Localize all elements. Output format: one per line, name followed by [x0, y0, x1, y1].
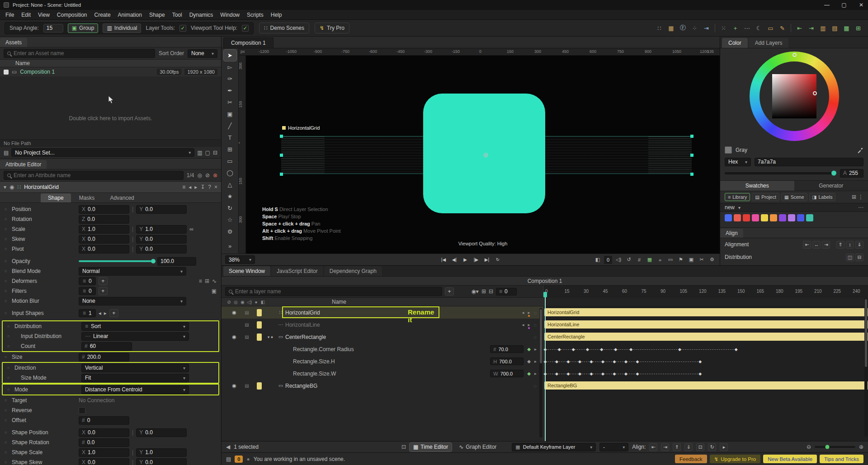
tab-color[interactable]: Color — [722, 38, 748, 48]
keyable-dot[interactable]: ○ — [5, 440, 12, 445]
alpha-slider-handle[interactable] — [831, 171, 836, 176]
zoom-dropdown[interactable]: 38%▾ — [225, 255, 255, 264]
tab-javascript-editor[interactable]: JavaScript Editor — [271, 266, 323, 276]
layer-search-input[interactable] — [225, 287, 442, 296]
hex-mode-dropdown[interactable]: Hex▾ — [725, 158, 751, 166]
value-field[interactable]: Y0.0 — [136, 205, 187, 214]
moon-icon[interactable]: ☾ — [754, 23, 764, 33]
back-icon[interactable]: ◀ — [226, 444, 230, 450]
selection-handle[interactable] — [485, 135, 488, 138]
project-set-dropdown[interactable]: No Project Set...▾ — [11, 148, 194, 157]
close-button[interactable]: ✕ — [854, 0, 868, 10]
render-toggle-icon[interactable]: ▤ — [241, 383, 253, 388]
layer-row-centerrectangle[interactable]: ◉▤▾ ●▭CenterRectangle◌ — [222, 331, 543, 343]
keyframe-diamond[interactable]: ◆ — [601, 371, 604, 376]
align-right-icon[interactable]: ⇥ — [806, 23, 816, 33]
menu-view[interactable]: View — [34, 10, 53, 19]
export-icon[interactable]: ⇥ — [701, 23, 712, 33]
keyframe-diamond[interactable]: ◆ — [698, 371, 702, 376]
render-settings-icon[interactable]: ⚙ — [708, 256, 716, 264]
keyframe-diamond[interactable]: ◆ — [636, 371, 639, 376]
individual-toggle-button[interactable]: ▥Individual — [103, 23, 141, 33]
snap-grid-icon[interactable]: ⁙ — [718, 23, 729, 33]
select-tool[interactable]: ➤ — [224, 50, 236, 61]
keyable-dot[interactable]: ○ — [7, 387, 14, 392]
jump-end-button[interactable]: ▶| — [482, 256, 491, 264]
dock-icon[interactable]: ⊡ — [401, 444, 406, 450]
timeline-bar-centerrectangle[interactable]: CenterRectangle — [544, 333, 868, 341]
isolate-icon[interactable]: ⊞ — [481, 288, 486, 295]
flatten-icon[interactable]: ⊟ — [489, 288, 493, 295]
keyable-dot[interactable]: ○ — [5, 408, 12, 413]
keyframe-diamond[interactable]: ◆ — [636, 359, 639, 364]
keyable-dot[interactable]: ○ — [7, 376, 14, 380]
value-field[interactable]: X0.0 — [79, 205, 129, 214]
console-icon[interactable]: ▤ — [226, 456, 231, 462]
add-green-icon[interactable]: + — [730, 23, 741, 33]
color-swatch-7[interactable] — [788, 214, 795, 221]
layer-row-rectangle-size-w[interactable]: Rectangle.Size.WW700.0◆▸ — [222, 367, 543, 380]
render-flag-icon[interactable]: ◌ — [533, 310, 537, 315]
ease-dropdown[interactable]: -▾ — [599, 443, 628, 451]
maximize-button[interactable]: ▢ — [837, 0, 851, 10]
error-count-badge[interactable]: 0 — [235, 456, 243, 463]
swatch-menu-icon[interactable]: ⋮ — [858, 194, 863, 200]
button-new-beta-available[interactable]: New Beta Available — [763, 455, 817, 463]
value-field[interactable]: X1.0 — [79, 448, 129, 457]
fill-tool[interactable]: ✑ — [224, 73, 236, 85]
rectangle-tool[interactable]: ▭ — [224, 155, 236, 167]
keyframe-diamond[interactable]: ◆ — [601, 359, 604, 364]
expand-icon[interactable]: » — [656, 256, 664, 264]
list-icon[interactable]: ≡ — [182, 184, 185, 190]
render-flag-icon[interactable]: ◌ — [533, 334, 537, 340]
timeline-bar-horizontalgrid[interactable]: HorizontalGrid — [544, 308, 868, 316]
group-options-icon[interactable]: ⋯ — [858, 204, 863, 211]
selection-handle[interactable] — [690, 173, 693, 176]
distribution-icon-1[interactable]: ⊟ — [855, 254, 863, 261]
next-keyframe-icon[interactable]: ▸ — [534, 359, 537, 364]
checkbox[interactable] — [79, 407, 85, 414]
sv-indicator[interactable] — [813, 91, 817, 95]
more-tools[interactable]: » — [224, 240, 236, 252]
keyframe-diamond[interactable]: ◆ — [624, 371, 627, 376]
menu-edit[interactable]: Edit — [18, 10, 34, 19]
close-node-icon[interactable]: × — [214, 184, 217, 190]
pivot-point[interactable]: ⊕ — [483, 151, 489, 159]
more-dots-icon[interactable]: ⋯ — [742, 23, 752, 33]
next-keyframe-icon[interactable]: ▸ — [528, 310, 530, 315]
dropdown-mode[interactable]: Distance From Centroid▾ — [81, 385, 189, 394]
menu-file[interactable]: File — [2, 10, 18, 19]
value-field[interactable]: Z0.0 — [79, 215, 129, 224]
grid-green-icon[interactable]: ▦ — [841, 23, 852, 33]
audio-icon[interactable]: ◁) — [614, 256, 623, 264]
value-field[interactable]: Y0.0 — [136, 458, 187, 465]
property-value-field[interactable]: #70.0 — [490, 345, 524, 353]
align-bottom-icon[interactable]: ⇓ — [684, 443, 693, 451]
prev-keyframe-icon[interactable]: ◂ — [522, 322, 524, 327]
library-button-labels[interactable]: ◨Labels — [809, 193, 836, 201]
hue-wheel[interactable] — [750, 52, 839, 141]
library-button-scene[interactable]: ▦Scene — [781, 193, 807, 201]
loop-button[interactable]: ↻ — [493, 256, 502, 264]
button-tips-and-tricks[interactable]: Tips and Tricks — [820, 455, 863, 463]
tab-masks[interactable]: Masks — [72, 193, 102, 202]
play-button[interactable]: ▶ — [461, 256, 470, 264]
alpha-slider[interactable] — [725, 172, 836, 174]
value-field[interactable]: X0.0 — [79, 428, 129, 437]
dropdown-input-distribution[interactable]: ⋯Linear▾ — [81, 332, 189, 341]
monitor-icon[interactable]: ▭ — [666, 256, 675, 264]
layer-color-swatch[interactable] — [257, 333, 262, 341]
keyable-dot[interactable]: ○ — [5, 217, 12, 221]
render-toggle-icon[interactable]: ▤ — [241, 334, 253, 339]
layer-tools-checkbox[interactable]: ✓ — [179, 25, 186, 32]
count-chip[interactable]: ≡0 — [79, 287, 96, 295]
keyframe-diamond[interactable]: ◆ — [614, 347, 617, 352]
add-swatch-group-icon[interactable]: ⊞ — [852, 194, 856, 200]
menu-create[interactable]: Create — [91, 10, 114, 19]
alignment-icon-5[interactable]: ⇓ — [855, 241, 863, 249]
menu-dynamics[interactable]: Dynamics — [186, 10, 217, 19]
keyframe-diamond[interactable]: ◆ — [555, 371, 558, 376]
text-tool[interactable]: T — [224, 132, 236, 143]
layers-icon[interactable]: ▣ — [687, 256, 695, 264]
keyframe-diamond[interactable]: ◆ — [629, 347, 632, 352]
